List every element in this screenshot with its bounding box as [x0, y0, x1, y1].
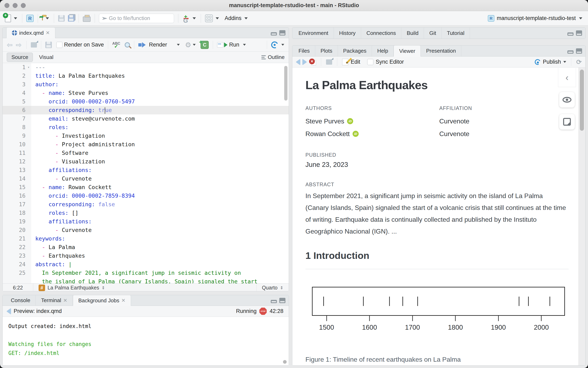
viewer-scrollbar-thumb[interactable]: [580, 70, 584, 131]
tab-console[interactable]: Console: [6, 295, 36, 306]
print-icon[interactable]: [83, 17, 91, 22]
console-scrollbar[interactable]: [283, 360, 287, 364]
file-mode-selector[interactable]: Quarto ⇕: [257, 284, 289, 291]
editor-save-icon[interactable]: [45, 42, 52, 48]
editor-scrollbar[interactable]: [284, 66, 287, 101]
forward-icon[interactable]: ⇨: [15, 41, 23, 49]
code-editor[interactable]: 1▾---2title: La Palma Earthquakes3author…: [3, 63, 289, 283]
publish-button[interactable]: Publish: [535, 59, 566, 65]
code-line[interactable]: 25 In September 2021, a significant jump…: [3, 269, 289, 277]
code-line[interactable]: 21keywords:: [3, 234, 289, 243]
viewer-popout-icon[interactable]: [326, 59, 332, 65]
goto-file-input[interactable]: ➢ Go to file/function: [99, 14, 174, 23]
collapse-panel-button[interactable]: ‹: [558, 68, 576, 87]
new-file-icon[interactable]: +: [5, 15, 11, 22]
render-button[interactable]: Render: [149, 42, 167, 48]
code-line[interactable]: 5 orcid: 0000-0002-0760-5497: [3, 97, 289, 106]
viewer-scroll-gutter[interactable]: [579, 67, 585, 365]
code-line[interactable]: 20 - Curvenote: [3, 226, 289, 234]
viewer-forward-icon[interactable]: [303, 59, 307, 65]
code-line[interactable]: 10 - Project administration: [3, 140, 289, 149]
version-control-icon[interactable]: + G: [182, 14, 190, 23]
tab-build[interactable]: Build: [401, 28, 424, 38]
tab-packages[interactable]: Packages: [338, 46, 372, 56]
code-line[interactable]: 1▾---: [3, 63, 289, 72]
minimize-pane-icon[interactable]: [271, 32, 277, 36]
tab-index-qmd[interactable]: index.qmd ✕: [6, 28, 55, 38]
back-icon[interactable]: ⇦: [6, 41, 13, 49]
note-button[interactable]: [559, 114, 575, 129]
code-line[interactable]: 23 - Earthquakes: [3, 251, 289, 260]
new-file-dropdown[interactable]: [14, 17, 17, 19]
render-dropdown[interactable]: [177, 44, 180, 46]
code-line[interactable]: 15 - name: Rowan Cockett: [3, 183, 289, 192]
render-icon[interactable]: [138, 42, 146, 47]
code-line[interactable]: 11 - Software: [3, 149, 289, 157]
code-line[interactable]: 13 affiliations:: [3, 166, 289, 175]
zoom-window-button[interactable]: [21, 3, 26, 8]
insert-chunk-icon[interactable]: C: [201, 41, 209, 49]
maximize-pane-icon[interactable]: [279, 30, 285, 36]
code-line[interactable]: 2title: La Palma Earthquakes: [3, 72, 289, 80]
tab-viewer[interactable]: Viewer: [394, 46, 421, 56]
minimize-files-icon[interactable]: [567, 50, 573, 54]
workspace-panes-dropdown[interactable]: [216, 17, 219, 19]
symbol-navigator[interactable]: # La Palma Earthquakes ⇕: [33, 284, 110, 291]
code-line[interactable]: 14 - Curvenote: [3, 175, 289, 183]
open-file-icon[interactable]: ➦: [42, 17, 43, 20]
orcid-icon[interactable]: iD: [347, 118, 353, 124]
code-line[interactable]: 18 roles: []: [3, 209, 289, 217]
tab-background-jobs[interactable]: Background Jobs✕: [73, 295, 131, 306]
source-rerun-dropdown[interactable]: [281, 44, 284, 46]
clear-viewer-icon[interactable]: ✕: [309, 59, 316, 65]
run-button[interactable]: Run: [229, 42, 239, 48]
close-window-button[interactable]: [4, 3, 9, 8]
gear-dropdown[interactable]: [193, 44, 196, 46]
save-icon[interactable]: [58, 15, 65, 22]
minimize-window-button[interactable]: [13, 3, 18, 8]
code-line[interactable]: 19 affiliations:: [3, 217, 289, 226]
spellcheck-icon[interactable]: ABC✓: [112, 42, 120, 48]
close-tab-icon[interactable]: ✕: [63, 298, 67, 303]
code-line[interactable]: the island of La Palma (Canary Islands, …: [3, 277, 289, 283]
source-mode-button[interactable]: Source: [7, 53, 33, 62]
visual-mode-button[interactable]: Visual: [35, 53, 58, 62]
addins-dropdown[interactable]: [244, 17, 248, 19]
tab-presentation[interactable]: Presentation: [421, 46, 461, 56]
code-line[interactable]: 24abstract: |: [3, 260, 289, 269]
close-tab-icon[interactable]: ✕: [121, 298, 126, 303]
code-line[interactable]: 16 orcid: 0000-0002-7859-8394: [3, 192, 289, 200]
new-project-icon[interactable]: R: [26, 15, 34, 22]
viewer-back-icon[interactable]: [296, 59, 300, 65]
project-selector[interactable]: R manuscript-template-rstudio-test: [488, 15, 583, 22]
code-line[interactable]: 6 corresponding: true: [3, 106, 289, 114]
minimize-console-icon[interactable]: [271, 300, 277, 303]
popout-icon[interactable]: [31, 42, 37, 47]
version-control-dropdown[interactable]: [193, 17, 196, 19]
maximize-files-icon[interactable]: [576, 48, 582, 54]
code-line[interactable]: 12 - Visualization: [3, 157, 289, 166]
code-line[interactable]: 3author:: [3, 80, 289, 89]
outline-toggle[interactable]: Outline: [261, 54, 285, 60]
publish-dropdown[interactable]: [563, 61, 566, 63]
find-replace-icon[interactable]: [125, 42, 130, 47]
orcid-icon[interactable]: iD: [353, 131, 359, 137]
code-line[interactable]: 9 - Investigation: [3, 132, 289, 140]
sync-editor-checkbox[interactable]: [367, 59, 373, 65]
console-output[interactable]: Output created: index.htmlWatching files…: [3, 317, 289, 366]
run-dropdown[interactable]: [243, 44, 246, 46]
maximize-console-icon[interactable]: [279, 298, 285, 303]
tab-history[interactable]: History: [334, 28, 361, 38]
edit-button[interactable]: Edit: [351, 59, 360, 65]
source-rerun-icon[interactable]: [270, 40, 279, 49]
gear-icon[interactable]: ⚙: [185, 41, 191, 49]
close-tab-icon[interactable]: ✕: [46, 30, 50, 36]
tab-connections[interactable]: Connections: [361, 28, 402, 38]
refresh-viewer-icon[interactable]: ⟳: [576, 58, 582, 66]
fold-icon[interactable]: ▾: [28, 63, 30, 72]
workspace-panes-icon[interactable]: [205, 15, 213, 22]
eye-button[interactable]: [559, 92, 575, 108]
code-line[interactable]: 17 corresponding: false: [3, 200, 289, 209]
code-line[interactable]: 8 roles:: [3, 123, 289, 132]
maximize-env-icon[interactable]: [576, 30, 582, 36]
